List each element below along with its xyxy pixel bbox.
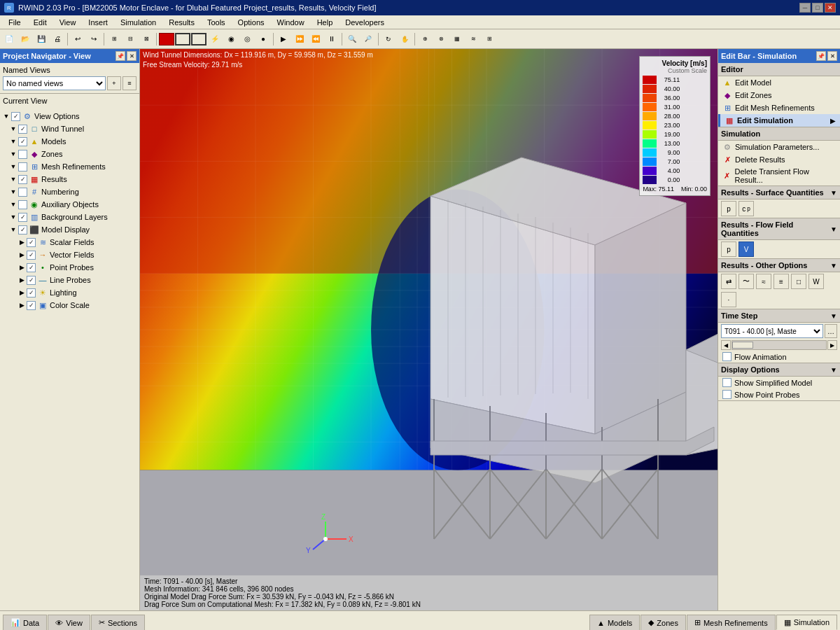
oo-btn5[interactable]: □: [791, 274, 806, 289]
minimize-button[interactable]: ─: [799, 3, 811, 13]
menu-window[interactable]: Window: [272, 18, 310, 27]
tree-checkbox[interactable]: [18, 150, 27, 159]
show-simplified-model-row[interactable]: Show Simplified Model: [718, 377, 840, 388]
maximize-button[interactable]: □: [812, 3, 823, 13]
panel-close-icon[interactable]: ✕: [127, 51, 136, 61]
menu-results[interactable]: Results: [163, 18, 200, 27]
tree-point-probes[interactable]: ▶ • Point Probes: [0, 261, 139, 274]
tree-expand-icon[interactable]: ▶: [17, 262, 27, 272]
menu-edit[interactable]: Edit: [28, 18, 52, 27]
tb-pan[interactable]: ✋: [397, 31, 412, 47]
tb-more1[interactable]: ⊕: [417, 31, 433, 47]
time-step-arrow[interactable]: ▼: [830, 312, 837, 320]
tb-new[interactable]: 📄: [1, 31, 17, 47]
menu-file[interactable]: File: [3, 18, 27, 27]
edit-simulation-link[interactable]: ▦ Edit Simulation ▶: [718, 114, 840, 127]
tree-checkbox[interactable]: [27, 238, 36, 247]
tb-b10[interactable]: ⏪: [308, 31, 323, 47]
tree-checkbox[interactable]: [18, 200, 27, 209]
tab-zones[interactable]: ◆ Zones: [640, 615, 686, 630]
named-views-list-btn[interactable]: ≡: [122, 76, 136, 90]
tree-expand-icon[interactable]: ▶: [17, 300, 27, 310]
tb-b4[interactable]: ⚡: [207, 31, 223, 47]
tree-expand-icon[interactable]: ▼: [8, 187, 18, 197]
tree-expand-icon[interactable]: ▼: [8, 200, 18, 209]
surface-qty-cp-btn[interactable]: cp: [738, 201, 754, 216]
tb-b5[interactable]: ◉: [223, 31, 239, 47]
tree-numbering[interactable]: ▼ # Numbering: [0, 186, 139, 198]
close-button[interactable]: ✕: [825, 3, 836, 13]
tb-more3[interactable]: ▦: [449, 31, 465, 47]
tb-b2[interactable]: ⊟: [122, 31, 138, 47]
tree-checkbox[interactable]: [18, 125, 27, 134]
tree-expand-icon[interactable]: ▶: [17, 237, 27, 247]
tree-checkbox[interactable]: [18, 162, 27, 172]
tab-simulation[interactable]: ▦ Simulation: [776, 615, 837, 630]
tb-open[interactable]: 📂: [18, 31, 33, 47]
tb-outline1[interactable]: [175, 33, 190, 46]
oo-btn4[interactable]: ≡: [774, 274, 789, 289]
tb-print[interactable]: 🖨: [50, 31, 65, 47]
oo-btn7[interactable]: ·: [721, 292, 736, 307]
tree-checkbox[interactable]: [18, 175, 27, 184]
edit-model-link[interactable]: ▲ Edit Model: [718, 76, 840, 89]
tb-b8[interactable]: ▶: [276, 31, 291, 47]
tb-more2[interactable]: ⊗: [433, 31, 449, 47]
tree-checkbox[interactable]: [27, 251, 36, 260]
oo-btn6[interactable]: W: [808, 274, 824, 289]
show-simplified-model-checkbox[interactable]: [722, 378, 732, 387]
tb-b11[interactable]: ⏸: [324, 31, 340, 47]
tree-view-options[interactable]: ▼ ⚙ View Options: [0, 110, 139, 122]
scroll-left-btn[interactable]: ◀: [721, 340, 731, 350]
menu-tools[interactable]: Tools: [202, 18, 231, 27]
tree-expand-icon[interactable]: ▶: [17, 275, 27, 285]
menu-view[interactable]: View: [54, 18, 82, 27]
surface-qty-p-btn[interactable]: p: [721, 201, 736, 216]
tree-checkbox[interactable]: [18, 188, 27, 197]
tree-checkbox[interactable]: [18, 213, 27, 222]
display-options-arrow[interactable]: ▼: [830, 366, 837, 374]
tab-view[interactable]: 👁 View: [48, 615, 90, 630]
tree-expand-icon[interactable]: ▼: [8, 136, 18, 146]
sim-params-link[interactable]: ⚙ Simulation Parameters...: [718, 141, 840, 153]
scroll-bar[interactable]: [732, 340, 827, 350]
rp-pin-icon[interactable]: 📌: [816, 51, 826, 61]
tree-line-probes[interactable]: ▶ — Line Probes: [0, 274, 139, 286]
flow-animation-checkbox[interactable]: [722, 352, 732, 361]
tb-outline2[interactable]: [191, 33, 206, 46]
tree-expand-icon[interactable]: ▼: [1, 111, 11, 121]
tb-b7[interactable]: ●: [255, 31, 271, 47]
tree-checkbox[interactable]: [27, 288, 36, 298]
show-point-probes-row[interactable]: Show Point Probes: [718, 388, 840, 400]
tab-data[interactable]: 📊 Data: [3, 615, 47, 630]
tb-redo[interactable]: ↪: [86, 31, 102, 47]
menu-help[interactable]: Help: [312, 18, 339, 27]
flow-field-arrow[interactable]: ▼: [830, 225, 837, 233]
tree-zones[interactable]: ▼ ◆ Zones: [0, 148, 139, 160]
surface-quantities-arrow[interactable]: ▼: [830, 189, 837, 197]
oo-btn3[interactable]: ≈: [756, 274, 771, 289]
tb-zoom-in[interactable]: 🔍: [344, 31, 360, 47]
tab-models[interactable]: ▲ Models: [589, 615, 640, 630]
tree-expand-icon[interactable]: ▶: [17, 250, 27, 260]
flow-animation-row[interactable]: Flow Animation: [718, 351, 840, 363]
tree-lighting[interactable]: ▶ ☀ Lighting: [0, 286, 139, 299]
tree-checkbox[interactable]: [11, 112, 20, 121]
edit-mesh-link[interactable]: ⊞ Edit Mesh Refinements: [718, 102, 840, 114]
tree-background-layers[interactable]: ▼ ▥ Background Layers: [0, 211, 139, 223]
viewport[interactable]: X Z Y Wind Tunnel Dimensions: Dx = 119.9…: [140, 49, 718, 610]
time-step-btn[interactable]: …: [825, 324, 837, 338]
tree-expand-icon[interactable]: ▼: [8, 149, 18, 159]
tb-b3[interactable]: ⊠: [139, 31, 154, 47]
tb-b9[interactable]: ⏩: [292, 31, 307, 47]
tree-checkbox[interactable]: [27, 301, 36, 310]
menu-insert[interactable]: Insert: [83, 18, 113, 27]
tb-b6[interactable]: ◎: [239, 31, 255, 47]
delete-transient-link[interactable]: ✗ Delete Transient Flow Result...: [718, 166, 840, 186]
tree-checkbox[interactable]: [27, 263, 36, 272]
panel-pin-icon[interactable]: 📌: [115, 51, 125, 61]
tb-more5[interactable]: ⊞: [482, 31, 497, 47]
flow-v-btn[interactable]: V: [738, 241, 754, 257]
tree-expand-icon[interactable]: ▼: [8, 174, 18, 184]
tb-zoom-out[interactable]: 🔎: [360, 31, 376, 47]
